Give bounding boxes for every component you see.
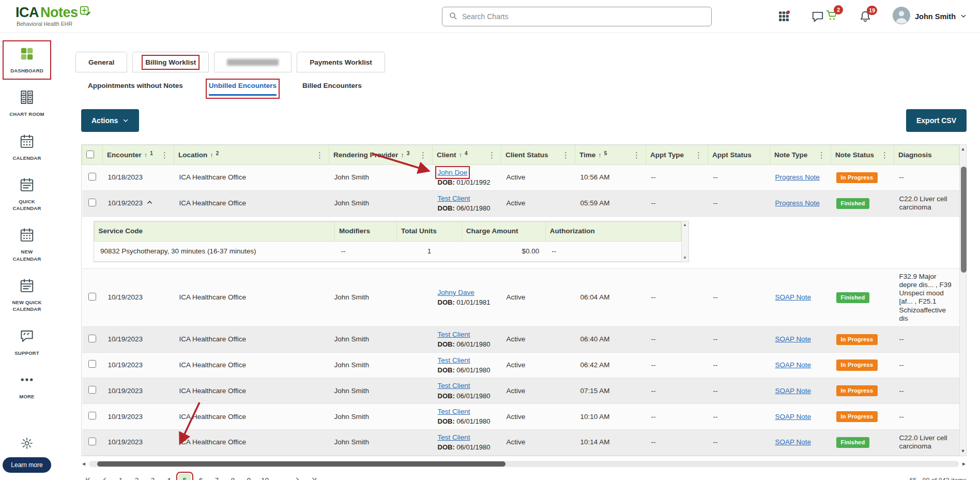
last-page-button[interactable] (307, 474, 320, 480)
user-menu[interactable]: John Smith (893, 7, 967, 26)
page-button-7[interactable]: 7 (210, 474, 223, 480)
actions-button[interactable]: Actions (81, 109, 139, 132)
note-type-link[interactable]: SOAP Note (775, 387, 811, 395)
search-bar[interactable] (442, 7, 712, 26)
page-button-4[interactable]: 4 (162, 474, 175, 480)
row-checkbox[interactable] (88, 386, 96, 394)
column-header-encounter[interactable]: Encounter↑1⋮ (103, 145, 174, 165)
export-csv-button[interactable]: Export CSV (906, 109, 967, 132)
page-button-10[interactable]: 10 (258, 474, 271, 480)
note-type-link[interactable]: SOAP Note (775, 413, 811, 421)
horizontal-scroll-thumb[interactable] (97, 461, 506, 467)
prev-page-button[interactable] (98, 474, 111, 480)
note-type-link[interactable]: SOAP Note (775, 361, 811, 369)
messages-icon[interactable]: 2 (811, 9, 838, 24)
apps-grid-icon[interactable] (777, 10, 790, 23)
page-button-5[interactable]: 5 (178, 474, 191, 480)
row-checkbox[interactable] (88, 293, 96, 301)
row-checkbox[interactable] (88, 199, 96, 206)
client-link[interactable]: Test Client (438, 331, 470, 338)
column-menu-icon[interactable]: ⋮ (160, 151, 170, 160)
sidebar-item-dashboard[interactable]: DASHBOARD (4, 41, 50, 79)
note-type-link[interactable]: SOAP Note (775, 293, 811, 301)
sidebar-item-new-calendar[interactable]: NEW CALENDAR (4, 222, 50, 267)
page-button-2[interactable]: 2 (130, 474, 143, 480)
note-type-link[interactable]: Progress Note (775, 199, 820, 207)
page-button-1[interactable]: 1 (114, 474, 127, 480)
page-button-9[interactable]: 9 (242, 474, 255, 480)
tab-billing-worklist[interactable]: Billing Worklist (132, 52, 209, 72)
client-link[interactable]: Test Client (438, 433, 470, 441)
cell-encounter: 10/19/2023 (103, 326, 174, 352)
column-header-time[interactable]: Time↑5⋮ (575, 145, 646, 165)
horizontal-scrollbar[interactable]: ◄ ► (81, 460, 967, 468)
tab-redacted[interactable] (214, 52, 292, 72)
vertical-scroll-thumb[interactable] (961, 167, 967, 273)
column-menu-icon[interactable]: ⋮ (315, 151, 325, 160)
column-header-client[interactable]: Client↑4⋮ (433, 145, 501, 165)
column-header-note-status[interactable]: Note Status⋮ (831, 145, 894, 165)
scroll-left-icon[interactable]: ◄ (81, 461, 86, 467)
note-type-link[interactable]: SOAP Note (775, 335, 811, 343)
column-menu-icon[interactable]: ⋮ (418, 151, 428, 160)
scroll-up-icon[interactable]: ▲ (683, 223, 687, 227)
vertical-scrollbar[interactable]: ▲ ▼ (959, 145, 966, 456)
row-checkbox[interactable] (88, 335, 96, 342)
column-menu-icon[interactable]: ⋮ (487, 151, 497, 160)
subtab-unbilled-encounters[interactable]: Unbilled Encounters (209, 82, 277, 96)
cell-diagnosis: -- (894, 352, 959, 378)
column-menu-icon[interactable]: ⋮ (880, 151, 890, 160)
notifications-bell-icon[interactable]: 19 (859, 10, 872, 23)
column-header-location[interactable]: Location↑2⋮ (174, 145, 329, 165)
detail-scrollbar[interactable]: ▲▼ (681, 221, 688, 262)
row-checkbox[interactable] (88, 360, 96, 368)
note-type-link[interactable]: SOAP Note (775, 438, 811, 446)
client-link[interactable]: Johny Dave (438, 289, 474, 296)
page-button-6[interactable]: 6 (194, 474, 207, 480)
tab-payments-worklist[interactable]: Payments Worklist (297, 52, 385, 72)
column-menu-icon[interactable]: ⋮ (632, 151, 641, 160)
page-ellipsis[interactable]: ... (274, 474, 287, 480)
note-type-link[interactable]: Progress Note (775, 173, 820, 181)
next-page-button[interactable] (290, 474, 304, 480)
search-input[interactable] (462, 12, 705, 21)
column-header-appt-status[interactable]: Appt Status (708, 145, 770, 165)
column-header-appt-type[interactable]: Appt Type⋮ (646, 145, 708, 165)
sidebar-item-new-quick-calendar[interactable]: NEW QUICK CALENDAR (4, 273, 50, 318)
column-header-client-status[interactable]: Client Status⋮ (501, 145, 575, 165)
scroll-down-icon[interactable]: ▼ (961, 449, 966, 454)
column-menu-icon[interactable]: ⋮ (694, 151, 703, 160)
row-checkbox[interactable] (88, 438, 96, 445)
scroll-right-icon[interactable]: ► (961, 461, 967, 467)
column-header-note-type[interactable]: Note Type⋮ (770, 145, 831, 165)
page-button-8[interactable]: 8 (226, 474, 239, 480)
column-header-rendering-provider[interactable]: Rendering Provider↑3⋮ (329, 145, 433, 165)
subtab-appointments-without-notes[interactable]: Appointments without Notes (88, 82, 183, 96)
page-button-3[interactable]: 3 (146, 474, 159, 480)
learn-more-button[interactable]: Learn more (3, 457, 51, 473)
sidebar-item-calendar[interactable]: CALENDAR (4, 129, 50, 166)
select-all-checkbox[interactable] (86, 151, 94, 158)
client-link[interactable]: Test Client (438, 356, 470, 364)
first-page-button[interactable] (81, 474, 95, 480)
client-link[interactable]: Test Client (438, 382, 470, 389)
scroll-down-icon[interactable]: ▼ (683, 256, 687, 260)
tab-general[interactable]: General (75, 52, 127, 72)
sidebar-item-chart-room[interactable]: CHART ROOM (4, 85, 50, 122)
scroll-up-icon[interactable]: ▲ (961, 147, 966, 152)
horizontal-scroll-track[interactable] (89, 461, 959, 467)
sidebar-item-more[interactable]: MORE (4, 367, 50, 404)
sidebar-item-quick-calendar[interactable]: QUICK CALENDAR (4, 172, 50, 217)
settings-gear-icon[interactable] (20, 437, 34, 452)
client-link[interactable]: Test Client (438, 194, 470, 202)
column-menu-icon[interactable]: ⋮ (817, 151, 826, 160)
row-checkbox[interactable] (88, 173, 96, 181)
collapse-chevron-icon[interactable] (146, 199, 153, 208)
client-link[interactable]: Test Client (438, 408, 470, 415)
column-header-diagnosis[interactable]: Diagnosis (894, 145, 959, 165)
row-checkbox[interactable] (88, 412, 96, 419)
subtab-billed-encounters[interactable]: Billed Encounters (302, 82, 362, 96)
column-menu-icon[interactable]: ⋮ (561, 151, 571, 160)
client-link[interactable]: John Doe (438, 169, 468, 176)
sidebar-item-support[interactable]: SUPPORT (4, 324, 50, 361)
